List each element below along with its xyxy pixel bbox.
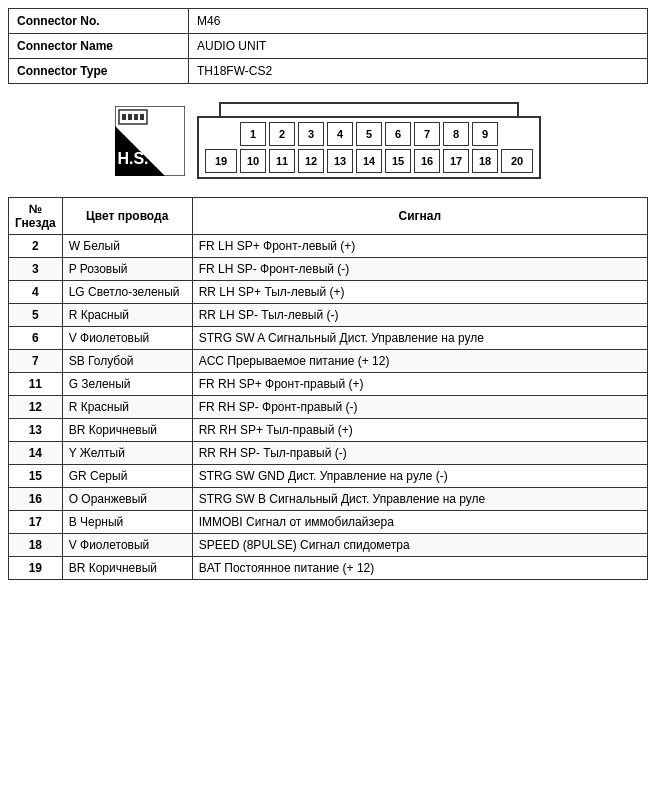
connector-body: 123456789 1910111213141516171820 xyxy=(197,102,541,179)
signal-name: IMMOBI Сигнал от иммобилайзера xyxy=(192,511,647,534)
table-row: 19 BR Коричневый BAT Постоянное питание … xyxy=(9,557,648,580)
table-row: 7 SB Голубой ACC Прерываемое питание (+ … xyxy=(9,350,648,373)
pin-cell: 10 xyxy=(240,149,266,173)
table-row: 2 W Белый FR LH SP+ Фронт-левый (+) xyxy=(9,235,648,258)
signal-name: RR LH SP+ Тыл-левый (+) xyxy=(192,281,647,304)
connector-bottom-row: 1910111213141516171820 xyxy=(205,149,533,173)
wire-color: W Белый xyxy=(62,235,192,258)
table-row: 5 R Красный RR LH SP- Тыл-левый (-) xyxy=(9,304,648,327)
table-row: 13 BR Коричневый RR RH SP+ Тыл-правый (+… xyxy=(9,419,648,442)
pin-cell: 7 xyxy=(414,122,440,146)
wire-color: SB Голубой xyxy=(62,350,192,373)
table-header-cell: Цвет провода xyxy=(62,198,192,235)
hs-logo: H.S. xyxy=(115,106,185,176)
pin-cell: 12 xyxy=(298,149,324,173)
svg-text:H.S.: H.S. xyxy=(117,150,148,167)
signal-name: RR RH SP- Тыл-правый (-) xyxy=(192,442,647,465)
table-header-cell: Сигнал xyxy=(192,198,647,235)
pin-cell: 6 xyxy=(385,122,411,146)
pin-number: 16 xyxy=(9,488,63,511)
pin-number: 15 xyxy=(9,465,63,488)
pin-number: 3 xyxy=(9,258,63,281)
pin-cell: 8 xyxy=(443,122,469,146)
signal-name: FR LH SP- Фронт-левый (-) xyxy=(192,258,647,281)
signal-name: STRG SW B Сигнальный Дист. Управление на… xyxy=(192,488,647,511)
pin-number: 14 xyxy=(9,442,63,465)
connector-top-row: 123456789 xyxy=(205,122,533,146)
pin-cell: 3 xyxy=(298,122,324,146)
svg-rect-4 xyxy=(128,114,132,120)
svg-rect-5 xyxy=(134,114,138,120)
pin-cell: 20 xyxy=(501,149,533,173)
signal-name: ACC Прерываемое питание (+ 12) xyxy=(192,350,647,373)
pin-number: 5 xyxy=(9,304,63,327)
pin-number: 4 xyxy=(9,281,63,304)
pin-number: 18 xyxy=(9,534,63,557)
connector-diagram: H.S. 123456789 1910111213141516171820 xyxy=(8,92,648,193)
pin-number: 6 xyxy=(9,327,63,350)
svg-rect-3 xyxy=(122,114,126,120)
signal-name: STRG SW A Сигнальный Дист. Управление на… xyxy=(192,327,647,350)
wire-color: P Розовый xyxy=(62,258,192,281)
wire-color: G Зеленый xyxy=(62,373,192,396)
table-row: 11 G Зеленый FR RH SP+ Фронт-правый (+) xyxy=(9,373,648,396)
info-label: Connector Type xyxy=(9,59,189,84)
pin-number: 19 xyxy=(9,557,63,580)
info-value: M46 xyxy=(189,9,648,34)
signal-name: RR RH SP+ Тыл-правый (+) xyxy=(192,419,647,442)
table-row: 18 V Фиолетовый SPEED (8PULSE) Сигнал сп… xyxy=(9,534,648,557)
table-header-row: № ГнездаЦвет проводаСигнал xyxy=(9,198,648,235)
table-header-cell: № Гнезда xyxy=(9,198,63,235)
table-row: 16 O Оранжевый STRG SW B Сигнальный Дист… xyxy=(9,488,648,511)
signal-name: SPEED (8PULSE) Сигнал спидометра xyxy=(192,534,647,557)
signal-name: FR RH SP+ Фронт-правый (+) xyxy=(192,373,647,396)
table-row: 15 GR Серый STRG SW GND Дист. Управление… xyxy=(9,465,648,488)
pin-cell: 9 xyxy=(472,122,498,146)
pin-cell: 14 xyxy=(356,149,382,173)
pin-cell: 19 xyxy=(205,149,237,173)
pin-number: 17 xyxy=(9,511,63,534)
pin-number: 11 xyxy=(9,373,63,396)
table-row: 17 B Черный IMMOBI Сигнал от иммобилайзе… xyxy=(9,511,648,534)
wire-color: O Оранжевый xyxy=(62,488,192,511)
pin-number: 13 xyxy=(9,419,63,442)
svg-rect-6 xyxy=(140,114,144,120)
wire-color: R Красный xyxy=(62,304,192,327)
pin-cell: 15 xyxy=(385,149,411,173)
info-value: TH18FW-CS2 xyxy=(189,59,648,84)
info-label: Connector Name xyxy=(9,34,189,59)
pin-number: 12 xyxy=(9,396,63,419)
table-row: 14 Y Желтый RR RH SP- Тыл-правый (-) xyxy=(9,442,648,465)
info-table: Connector No. M46 Connector Name AUDIO U… xyxy=(8,8,648,84)
pin-cell: 2 xyxy=(269,122,295,146)
pin-cell: 4 xyxy=(327,122,353,146)
wire-color: B Черный xyxy=(62,511,192,534)
pin-cell: 16 xyxy=(414,149,440,173)
signal-name: RR LH SP- Тыл-левый (-) xyxy=(192,304,647,327)
signal-name: STRG SW GND Дист. Управление на руле (-) xyxy=(192,465,647,488)
pin-cell: 18 xyxy=(472,149,498,173)
data-table: № ГнездаЦвет проводаСигнал 2 W Белый FR … xyxy=(8,197,648,580)
table-row: 3 P Розовый FR LH SP- Фронт-левый (-) xyxy=(9,258,648,281)
wire-color: Y Желтый xyxy=(62,442,192,465)
wire-color: LG Светло-зеленый xyxy=(62,281,192,304)
wire-color: GR Серый xyxy=(62,465,192,488)
pin-cell: 1 xyxy=(240,122,266,146)
connector-pins: 123456789 1910111213141516171820 xyxy=(197,116,541,179)
wire-color: BR Коричневый xyxy=(62,419,192,442)
pin-cell: 17 xyxy=(443,149,469,173)
wire-color: V Фиолетовый xyxy=(62,327,192,350)
info-row: Connector No. M46 xyxy=(9,9,648,34)
signal-name: FR RH SP- Фронт-правый (-) xyxy=(192,396,647,419)
pin-cell: 5 xyxy=(356,122,382,146)
info-value: AUDIO UNIT xyxy=(189,34,648,59)
wire-color: V Фиолетовый xyxy=(62,534,192,557)
table-row: 4 LG Светло-зеленый RR LH SP+ Тыл-левый … xyxy=(9,281,648,304)
wire-color: R Красный xyxy=(62,396,192,419)
wire-color: BR Коричневый xyxy=(62,557,192,580)
signal-name: FR LH SP+ Фронт-левый (+) xyxy=(192,235,647,258)
info-row: Connector Type TH18FW-CS2 xyxy=(9,59,648,84)
table-row: 6 V Фиолетовый STRG SW A Сигнальный Дист… xyxy=(9,327,648,350)
pin-number: 7 xyxy=(9,350,63,373)
pin-cell: 11 xyxy=(269,149,295,173)
